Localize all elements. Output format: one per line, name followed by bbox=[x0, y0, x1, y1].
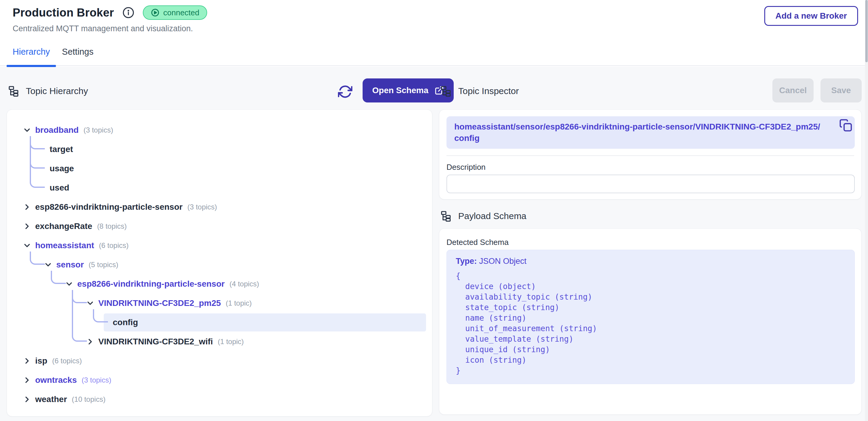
tree-row[interactable]: owntracks(3 topics) bbox=[7, 370, 432, 390]
tree-structure-icon bbox=[440, 210, 452, 222]
payload-schema-card: Detected Schema Type: JSON Object { devi… bbox=[439, 228, 862, 415]
topic-inspector-card: homeassistant/sensor/esp8266-vindriktnin… bbox=[439, 109, 862, 199]
tree-connector-elbow bbox=[30, 155, 45, 169]
topic-count: (6 topics) bbox=[52, 357, 82, 365]
schema-type-value: JSON Object bbox=[479, 257, 527, 266]
topic-count: (4 topics) bbox=[229, 280, 259, 288]
play-circle-icon bbox=[151, 8, 160, 17]
tree-row[interactable]: config bbox=[7, 313, 432, 332]
tree-connector-elbow bbox=[51, 271, 66, 284]
chevron-right-icon[interactable] bbox=[23, 395, 32, 404]
tree-row[interactable]: esp8266-vindriktning-particle-sensor(3 t… bbox=[7, 197, 432, 217]
cancel-button[interactable]: Cancel bbox=[772, 78, 813, 102]
divider bbox=[446, 155, 854, 156]
tree-row[interactable]: usage bbox=[7, 159, 432, 178]
topic-count: (3 topics) bbox=[84, 126, 113, 134]
topic-tree: broadband(3 topics)targetusageusedesp826… bbox=[7, 121, 432, 409]
tree-connector-line bbox=[72, 290, 73, 330]
tree-row[interactable]: target bbox=[7, 140, 432, 159]
schema-lines: { device (object) availability_topic (st… bbox=[456, 271, 845, 376]
tree-row-label: sensor bbox=[56, 260, 84, 269]
save-button[interactable]: Save bbox=[820, 78, 862, 102]
add-broker-button[interactable]: Add a new Broker bbox=[764, 6, 858, 26]
payload-schema-title: Payload Schema bbox=[458, 211, 526, 221]
chevron-down-icon[interactable] bbox=[65, 280, 74, 289]
tree-row[interactable]: sensor(5 topics) bbox=[7, 255, 432, 274]
chevron-right-icon[interactable] bbox=[23, 222, 32, 231]
tree-row[interactable]: weather(10 topics) bbox=[7, 390, 432, 409]
tree-row-label: target bbox=[50, 144, 73, 154]
tree-structure-icon bbox=[8, 85, 19, 97]
tree-connector-line bbox=[30, 136, 31, 176]
chevron-right-icon[interactable] bbox=[86, 337, 95, 346]
tree-row[interactable]: homeassistant(6 topics) bbox=[7, 236, 432, 255]
tree-row[interactable]: esp8266-vindriktning-particle-sensor(4 t… bbox=[7, 274, 432, 294]
topic-count: (1 topic) bbox=[226, 299, 252, 307]
tab-hierarchy[interactable]: Hierarchy bbox=[7, 45, 56, 66]
topic-inspector-title: Topic Inspector bbox=[458, 86, 519, 96]
refresh-icon[interactable] bbox=[338, 85, 352, 99]
page-subtitle: Centralized MQTT management and visualiz… bbox=[12, 24, 193, 33]
schema-type-line: Type: JSON Object bbox=[456, 257, 845, 266]
tree-row-label: VINDRIKTNING-CF3DE2_wifi bbox=[98, 337, 213, 347]
selected-row-highlight bbox=[104, 314, 426, 331]
tree-row-label: owntracks bbox=[35, 375, 77, 385]
chevron-down-icon[interactable] bbox=[23, 241, 32, 250]
chevron-down-icon[interactable] bbox=[23, 126, 32, 135]
tree-structure-icon bbox=[440, 85, 452, 97]
tab-bar: Hierarchy Settings bbox=[7, 45, 99, 66]
chevron-down-icon[interactable] bbox=[43, 260, 53, 269]
tree-connector-elbow bbox=[30, 174, 45, 188]
tree-connector-elbow bbox=[93, 309, 108, 322]
tree-row-label: used bbox=[50, 183, 69, 193]
topic-count: (5 topics) bbox=[89, 261, 119, 269]
scrollbar-track[interactable] bbox=[865, 0, 868, 421]
page-title: Production Broker bbox=[12, 6, 114, 19]
chevron-right-icon[interactable] bbox=[23, 356, 32, 365]
tree-row-label: weather bbox=[35, 394, 67, 404]
topic-count: (6 topics) bbox=[99, 241, 129, 250]
description-input[interactable] bbox=[446, 174, 855, 193]
topic-path: homeassistant/sensor/esp8266-vindriktnin… bbox=[446, 116, 855, 149]
status-badge-label: connected bbox=[163, 8, 199, 18]
tree-row[interactable]: VINDRIKTNING-CF3DE2_pm25(1 topic) bbox=[7, 294, 432, 313]
chevron-right-icon[interactable] bbox=[23, 376, 32, 385]
tree-row-label: VINDRIKTNING-CF3DE2_pm25 bbox=[98, 298, 221, 308]
payload-schema-header: Payload Schema bbox=[440, 209, 526, 223]
tree-row-label: broadband bbox=[35, 125, 79, 135]
tab-settings[interactable]: Settings bbox=[56, 45, 99, 66]
status-badge: connected bbox=[143, 5, 207, 20]
tree-row-label: config bbox=[113, 318, 138, 327]
open-schema-label: Open Schema bbox=[372, 86, 428, 95]
tree-connector-elbow bbox=[72, 328, 87, 342]
tree-row[interactable]: broadband(3 topics) bbox=[7, 121, 432, 140]
page-header: Production Broker connected Centralized … bbox=[0, 0, 868, 66]
tree-connector-elbow bbox=[30, 252, 45, 265]
topic-hierarchy-title: Topic Hierarchy bbox=[26, 86, 88, 96]
schema-type-label: Type: bbox=[456, 257, 479, 266]
tree-row-label: exchangeRate bbox=[35, 222, 92, 231]
tree-row[interactable]: isp(6 topics) bbox=[7, 351, 432, 370]
content-area: Topic Hierarchy Open Schema Topic Inspec… bbox=[0, 66, 868, 421]
topic-count: (3 topics) bbox=[82, 376, 112, 384]
topic-count: (10 topics) bbox=[72, 395, 105, 403]
copy-icon[interactable] bbox=[839, 119, 852, 132]
description-label: Description bbox=[446, 163, 486, 172]
detected-schema-block: Type: JSON Object { device (object) avai… bbox=[446, 250, 855, 384]
tree-connector-elbow bbox=[30, 136, 45, 149]
tree-row[interactable]: used bbox=[7, 178, 432, 197]
tree-row[interactable]: VINDRIKTNING-CF3DE2_wifi(1 topic) bbox=[7, 332, 432, 351]
tree-row-label: usage bbox=[50, 164, 74, 173]
chevron-down-icon[interactable] bbox=[86, 299, 95, 308]
topic-hierarchy-header: Topic Hierarchy bbox=[8, 85, 88, 98]
tree-row[interactable]: exchangeRate(8 topics) bbox=[7, 217, 432, 236]
info-icon[interactable] bbox=[122, 7, 134, 19]
chevron-right-icon[interactable] bbox=[23, 202, 32, 212]
topic-hierarchy-panel: broadband(3 topics)targetusageusedesp826… bbox=[7, 109, 432, 417]
tree-row-label: esp8266-vindriktning-particle-sensor bbox=[35, 202, 183, 212]
tree-row-label: esp8266-vindriktning-particle-sensor bbox=[77, 279, 225, 289]
detected-schema-label: Detected Schema bbox=[446, 238, 509, 247]
tree-row-label: isp bbox=[35, 356, 47, 366]
scrollbar-thumb[interactable] bbox=[865, 0, 868, 62]
topic-inspector-header: Topic Inspector bbox=[440, 85, 519, 98]
